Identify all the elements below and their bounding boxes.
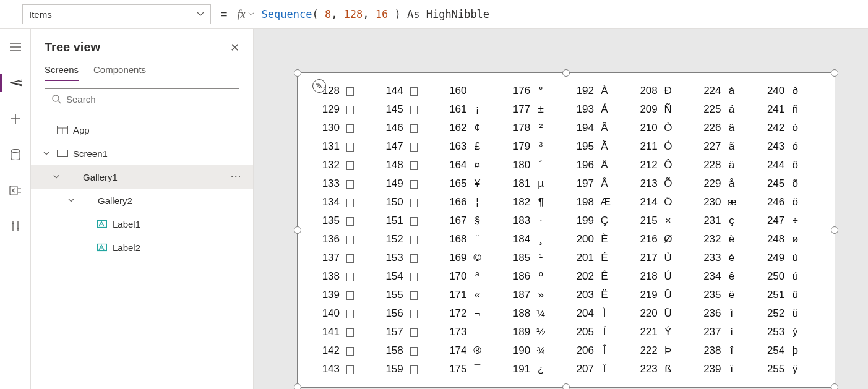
char-glyph: ¡: [467, 103, 482, 116]
char-code: 177: [505, 103, 530, 116]
char-code: 253: [760, 326, 784, 338]
char-glyph: Ú: [658, 270, 672, 283]
char-code: 162: [442, 122, 467, 134]
data-icon[interactable]: [0, 145, 31, 164]
gallery-cell: 225á: [697, 100, 754, 119]
tree-app[interactable]: App: [31, 118, 253, 142]
chevron-down-icon[interactable]: [68, 197, 77, 203]
gallery1-control[interactable]: ✎ 12812913013113213313413513613713813914…: [297, 72, 835, 388]
gallery-cell: 255ÿ: [760, 360, 817, 378]
tree-gallery2[interactable]: Gallery2: [31, 189, 253, 212]
char-glyph: ±: [530, 103, 545, 116]
insert-icon[interactable]: [0, 109, 31, 128]
char-glyph: ª: [467, 270, 482, 283]
gallery-cell: 240ð: [760, 82, 817, 100]
formula-input[interactable]: Sequence( 8, 128, 16 ) As HighNibble: [262, 8, 863, 20]
tree-label2[interactable]: Label2: [31, 236, 253, 259]
char-glyph: ¥: [467, 177, 482, 190]
gallery-cell: 156: [379, 304, 436, 323]
char-code: 196: [569, 159, 594, 171]
char-glyph: ç: [721, 215, 736, 227]
char-glyph: ³: [530, 140, 545, 153]
hamburger-icon[interactable]: [0, 38, 31, 56]
char-glyph: [340, 326, 355, 338]
svg-rect-1: [10, 186, 17, 195]
char-code: 231: [697, 215, 721, 227]
search-input[interactable]: [66, 94, 233, 105]
char-code: 158: [379, 344, 403, 357]
tree-screen-label: Screen1: [73, 148, 108, 159]
char-code: 190: [505, 344, 530, 357]
close-icon[interactable]: ✕: [230, 41, 239, 54]
svg-rect-10: [88, 195, 92, 200]
fx-button[interactable]: fx: [238, 8, 254, 21]
chevron-down-icon[interactable]: [43, 150, 52, 156]
char-code: 130: [315, 122, 340, 134]
gallery-cell: 165¥: [442, 174, 500, 193]
resize-handle[interactable]: [831, 383, 838, 389]
more-button[interactable]: ···: [231, 172, 244, 182]
chevron-down-icon[interactable]: [53, 174, 62, 180]
advanced-tools-icon[interactable]: [0, 217, 31, 236]
char-glyph: à: [721, 85, 736, 97]
gallery-cell: 214Ö: [633, 193, 690, 212]
gallery-cell: 162¢: [442, 119, 500, 137]
resize-handle[interactable]: [294, 69, 301, 77]
gallery-cell: 177±: [505, 100, 563, 119]
char-glyph: ý: [784, 326, 799, 338]
gallery-cell: 237í: [697, 323, 754, 341]
svg-rect-4: [58, 150, 68, 157]
char-glyph: ¸: [530, 233, 545, 246]
tab-components[interactable]: Components: [93, 64, 146, 81]
char-glyph: £: [467, 140, 482, 153]
search-box[interactable]: [45, 88, 239, 109]
tree-screen1[interactable]: Screen1: [31, 142, 253, 165]
gallery-cell: 195Ã: [569, 137, 627, 156]
gallery-cell: 152: [379, 230, 436, 249]
gallery-cell: 129: [315, 100, 372, 119]
tree-view-icon[interactable]: [0, 74, 31, 92]
gallery-cell: 148: [379, 156, 436, 174]
resize-handle[interactable]: [831, 226, 838, 234]
char-glyph: ¯: [467, 363, 482, 375]
char-code: 144: [379, 85, 403, 97]
media-icon[interactable]: [0, 181, 31, 200]
svg-rect-6: [73, 172, 77, 176]
char-glyph: [403, 363, 418, 375]
tree-label1[interactable]: Label1: [31, 212, 253, 236]
gallery-cell: 167§: [442, 212, 500, 230]
char-code: 241: [760, 103, 784, 116]
char-code: 220: [633, 307, 658, 320]
resize-handle[interactable]: [294, 226, 301, 234]
char-glyph: ¬: [467, 307, 482, 320]
char-glyph: Ï: [594, 363, 609, 375]
char-code: 227: [697, 140, 721, 153]
char-code: 237: [697, 326, 721, 338]
tree-gallery1[interactable]: Gallery1 ···: [31, 165, 253, 189]
tab-screens[interactable]: Screens: [45, 64, 79, 81]
char-glyph: ä: [721, 159, 736, 171]
char-code: 174: [442, 344, 467, 357]
char-glyph: °: [530, 85, 545, 97]
char-glyph: [403, 177, 418, 190]
char-code: 198: [569, 196, 594, 208]
resize-handle[interactable]: [294, 383, 301, 389]
char-glyph: Â: [594, 122, 609, 134]
resize-handle[interactable]: [831, 69, 838, 77]
char-glyph: ã: [721, 140, 736, 153]
char-code: 211: [633, 140, 658, 153]
char-glyph: á: [721, 103, 736, 116]
char-code: 156: [379, 307, 403, 320]
char-glyph: Û: [658, 289, 672, 301]
resize-handle[interactable]: [562, 383, 570, 389]
svg-point-0: [11, 150, 20, 153]
char-code: 138: [315, 270, 340, 283]
canvas-area[interactable]: ✎ 12812913013113213313413513613713813914…: [254, 29, 868, 389]
char-code: 129: [315, 103, 340, 116]
gallery-cell: 141: [315, 323, 372, 341]
char-glyph: Ë: [594, 289, 609, 301]
property-selector[interactable]: Items: [22, 4, 211, 24]
resize-handle[interactable]: [562, 69, 570, 77]
gallery-cell: 197Å: [569, 174, 627, 193]
tree-label2-label: Label2: [113, 242, 140, 253]
